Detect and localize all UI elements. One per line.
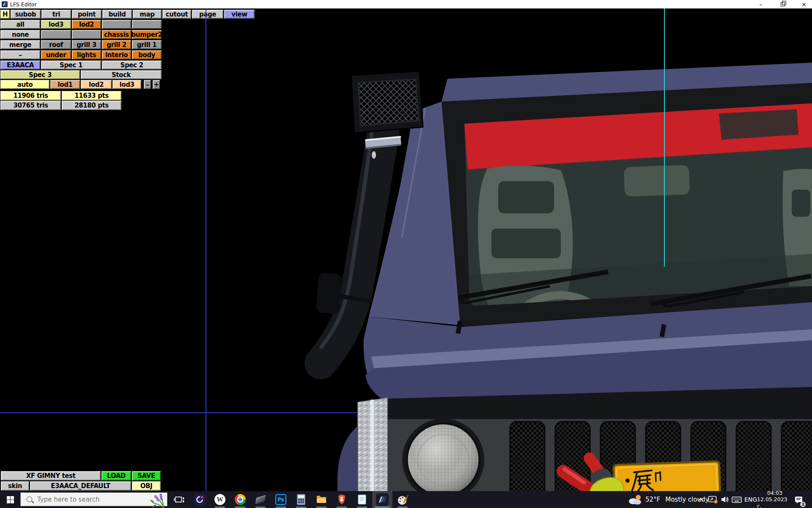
taskbar-app-notepad[interactable] — [352, 491, 372, 508]
purple-ring-app-icon — [194, 494, 206, 505]
notification-badge: 3 — [800, 502, 806, 507]
weather-temp: 52°F — [645, 496, 660, 503]
lfs-editor-icon — [376, 493, 389, 506]
search-bar[interactable] — [20, 492, 167, 506]
taskbar-app-lfs-editor[interactable] — [372, 491, 392, 508]
notification-center[interactable]: 3 — [794, 491, 804, 508]
start-button[interactable] — [0, 491, 20, 508]
gray-laptop-icon — [255, 495, 266, 504]
windows-start-icon — [7, 496, 14, 503]
chevron-up-icon — [698, 497, 704, 502]
sun-visor — [719, 109, 798, 140]
task-view-icon — [173, 494, 185, 505]
taskbar-app-paint[interactable] — [392, 491, 413, 508]
clock-date: 12.05.2023 г. — [757, 496, 793, 508]
lfs-logo-icon — [2, 1, 8, 7]
screencast-icon — [708, 495, 718, 504]
flower-decoration-icon — [149, 493, 166, 508]
taskbar-app-chrome[interactable] — [230, 491, 250, 508]
close-icon[interactable]: × — [797, 0, 811, 8]
passenger-headrest — [624, 165, 690, 196]
keyboard-icon — [732, 496, 742, 503]
file-explorer-icon — [315, 494, 327, 505]
calculator-icon — [297, 494, 305, 505]
headlight — [402, 419, 484, 501]
tray-chevron[interactable] — [698, 491, 704, 508]
brave-icon — [336, 494, 348, 505]
minimize-icon[interactable]: – — [754, 0, 768, 8]
language-indicator[interactable]: ENG — [744, 491, 757, 508]
vehicle-render — [316, 63, 812, 508]
guide-cyan-line — [664, 8, 665, 267]
speaker-icon — [721, 496, 730, 503]
wattpad-icon: W — [214, 494, 225, 505]
taskbar-app-brave[interactable] — [332, 491, 352, 508]
tray-screencast[interactable] — [708, 491, 718, 508]
task-view-button[interactable] — [169, 491, 189, 508]
taskbar-app-calculator[interactable] — [291, 491, 311, 508]
search-icon — [27, 497, 32, 502]
taskbar: W Ps — [0, 491, 812, 508]
search-input[interactable] — [36, 495, 140, 504]
restore-icon[interactable] — [776, 0, 790, 8]
tray-keyboard[interactable] — [732, 491, 742, 508]
weather-widget[interactable]: 52°F Mostly cloudy — [628, 491, 709, 508]
clock-time: 04:03 — [767, 490, 782, 497]
taskbar-app-photoshop[interactable]: Ps — [271, 491, 291, 508]
notepad-icon — [356, 494, 368, 505]
photoshop-icon: Ps — [275, 494, 286, 505]
weather-cloud-icon — [628, 494, 643, 505]
viewport-3d[interactable] — [0, 0, 812, 508]
paint-icon — [397, 494, 409, 505]
taskbar-app-purple-ring[interactable] — [189, 491, 210, 508]
tray-volume[interactable] — [721, 491, 730, 508]
titlebar: LFS Editor – × — [0, 0, 812, 8]
clock-widget[interactable]: 04:03 12.05.2023 г. — [757, 491, 793, 508]
chrome-icon — [235, 494, 246, 505]
taskbar-app-explorer[interactable] — [311, 491, 332, 508]
taskbar-app-wattpad[interactable]: W — [210, 491, 230, 508]
window-title: LFS Editor — [10, 1, 37, 8]
taskbar-app-gray[interactable] — [250, 491, 271, 508]
